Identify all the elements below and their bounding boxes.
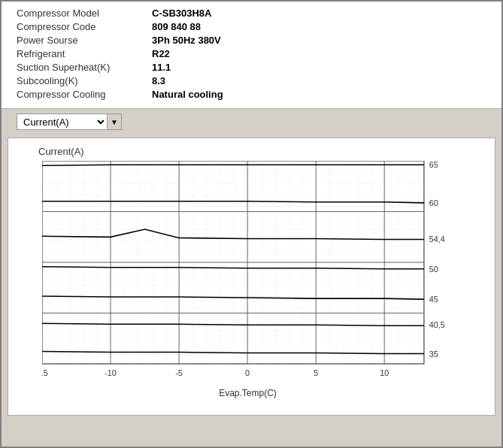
svg-text:0: 0 — [245, 368, 250, 377]
x-axis-label: Evap.Temp(C) — [42, 388, 453, 398]
info-row-model: Compressor Model C-SB303H8A — [17, 8, 486, 19]
main-container: Compressor Model C-SB303H8A Compressor C… — [0, 0, 503, 448]
svg-text:40,5: 40,5 — [429, 320, 445, 329]
label-refrigerant: Refrigerant — [17, 48, 152, 59]
label-code: Compressor Code — [17, 21, 152, 32]
info-section: Compressor Model C-SB303H8A Compressor C… — [2, 2, 501, 109]
svg-text:60: 60 — [429, 198, 438, 207]
svg-text:-10: -10 — [105, 368, 117, 377]
value-refrigerant: R22 — [152, 48, 170, 59]
chart-container: Current(A) — [8, 138, 495, 416]
svg-text:-5: -5 — [175, 368, 183, 377]
label-power: Power Sourse — [17, 35, 152, 46]
svg-text:54,4: 54,4 — [429, 234, 445, 243]
value-cooling: Natural cooling — [152, 89, 223, 100]
value-model: C-SB303H8A — [152, 8, 211, 19]
chart-type-select[interactable]: Current(A) Power(W) COP Capacity(W) — [17, 114, 107, 130]
value-code: 809 840 88 — [152, 21, 201, 32]
svg-text:-15: -15 — [42, 368, 48, 377]
svg-text:5: 5 — [314, 368, 318, 377]
value-superheat: 11.1 — [152, 62, 171, 73]
svg-text:45: 45 — [429, 295, 438, 304]
info-row-code: Compressor Code 809 840 88 — [17, 21, 486, 32]
svg-text:65: 65 — [429, 161, 438, 169]
label-cooling: Compressor Cooling — [17, 89, 152, 100]
info-row-subcooling: Subcooling(K) 8.3 — [17, 75, 486, 86]
label-model: Compressor Model — [17, 8, 152, 19]
chart-area: 8 7 6 5 4 -15 -10 -5 0 5 10 65 60 54,4 5… — [42, 161, 453, 386]
dropdown-row: Current(A) Power(W) COP Capacity(W) ▼ — [2, 109, 501, 135]
svg-text:35: 35 — [429, 349, 438, 358]
info-row-cooling: Compressor Cooling Natural cooling — [17, 89, 486, 100]
dropdown-arrow-icon[interactable]: ▼ — [107, 114, 122, 130]
chart-svg: 8 7 6 5 4 -15 -10 -5 0 5 10 65 60 54,4 5… — [42, 161, 453, 386]
value-power: 3Ph 50Hz 380V — [152, 35, 221, 46]
info-row-refrigerant: Refrigerant R22 — [17, 48, 486, 59]
info-row-power: Power Sourse 3Ph 50Hz 380V — [17, 35, 486, 46]
label-superheat: Suction Superheat(K) — [17, 62, 152, 73]
info-row-superheat: Suction Superheat(K) 11.1 — [17, 62, 486, 73]
label-subcooling: Subcooling(K) — [17, 75, 152, 86]
svg-text:10: 10 — [380, 368, 389, 377]
svg-text:50: 50 — [429, 265, 438, 274]
chart-title: Current(A) — [38, 146, 487, 157]
value-subcooling: 8.3 — [152, 75, 165, 86]
